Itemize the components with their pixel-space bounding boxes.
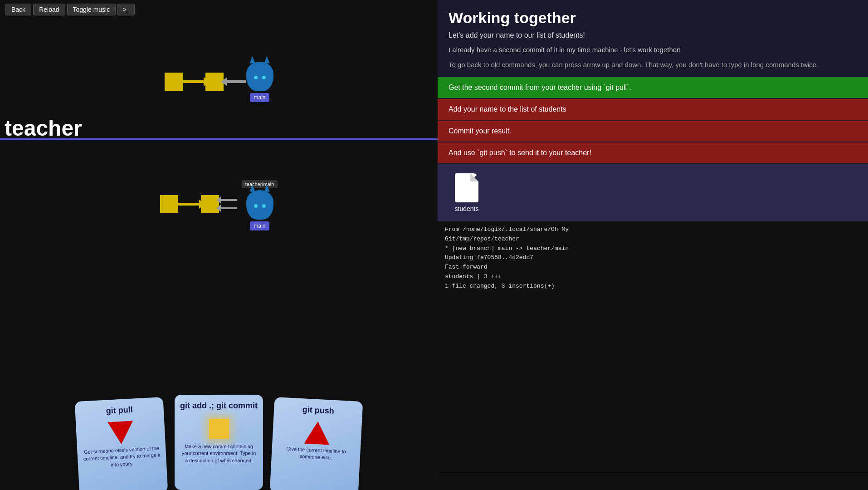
upper-arrow-1 — [183, 80, 205, 83]
card-git-add-commit-title: git add .; git commit — [180, 401, 258, 411]
upper-cat-eye-left — [254, 76, 258, 79]
lower-diagram: teacher/main main — [0, 141, 438, 268]
upper-arrow-ptr — [224, 80, 246, 83]
lower-cat-group: teacher/main main — [242, 178, 278, 230]
upper-main-label: main — [250, 93, 269, 102]
upper-cat-eye-right — [262, 76, 266, 79]
toolbar: Back Reload Toggle music >_ — [0, 0, 140, 19]
right-panel: Working together Let's add your name to … — [438, 0, 868, 490]
back-button[interactable]: Back — [5, 4, 31, 15]
card-git-push-title: git push — [302, 405, 334, 416]
lower-teacher-main-label: teacher/main — [242, 180, 278, 188]
lower-cat-avatar — [246, 190, 273, 220]
step-2: Add your name to the list of students — [438, 99, 868, 120]
step-3: Commit your result. — [438, 121, 868, 142]
file-section: students — [438, 164, 868, 221]
upper-cat-eyes — [254, 76, 266, 79]
upper-commit-1 — [165, 73, 183, 91]
info-section: Working together Let's add your name to … — [438, 0, 868, 77]
page-subtitle: Let's add your name to our list of stude… — [449, 31, 857, 39]
card-git-push-desc: Give the current timeline to someone els… — [277, 445, 355, 463]
lower-main-label: main — [250, 221, 269, 230]
lower-cat-eye-left — [254, 204, 258, 208]
card-git-add-commit-icon — [209, 419, 229, 439]
card-git-add-commit[interactable]: git add .; git commit Make a new commit … — [175, 395, 263, 490]
lower-diagram-container: teacher/main main — [160, 178, 278, 230]
step-1: Get the second commit from your teacher … — [438, 77, 868, 98]
teacher-label: teacher — [5, 116, 82, 141]
lower-commit-1 — [160, 195, 178, 213]
left-panel: Back Reload Toggle music >_ main teacher — [0, 0, 438, 490]
card-git-add-commit-desc: Make a new commit containing your curren… — [180, 443, 258, 464]
page-desc-1: I already have a second commit of it in … — [449, 45, 857, 55]
steps-section: Get the second commit from your teacher … — [438, 77, 868, 164]
reload-button[interactable]: Reload — [33, 4, 65, 15]
card-git-pull[interactable]: git pull Get someone else's version of t… — [75, 397, 168, 490]
toggle-music-button[interactable]: Toggle music — [67, 4, 116, 15]
card-git-push-icon — [304, 421, 331, 445]
terminal-button[interactable]: >_ — [117, 4, 135, 15]
card-git-push[interactable]: git push Give the current timeline to so… — [270, 397, 363, 490]
terminal-input-row[interactable] — [438, 474, 868, 490]
teacher-divider — [0, 138, 438, 140]
card-git-pull-desc: Get someone else's version of the curren… — [83, 445, 161, 470]
lower-arrow-1 — [178, 203, 201, 206]
upper-cat-group: main — [246, 62, 273, 102]
upper-diagram-container: main — [165, 62, 273, 102]
cards-section: git pull Get someone else's version of t… — [0, 390, 438, 490]
card-git-pull-icon — [107, 421, 134, 445]
upper-cat-avatar — [246, 62, 273, 91]
page-desc-2: To go back to old commands, you can pres… — [449, 60, 857, 70]
page-title: Working together — [449, 9, 857, 27]
file-name: students — [455, 205, 479, 212]
card-git-pull-title: git pull — [106, 405, 133, 416]
terminal-section: From /home/logix/.local/share/Oh MyGit/t… — [438, 221, 868, 490]
terminal-output: From /home/logix/.local/share/Oh MyGit/t… — [438, 221, 868, 474]
step-4: And use `git push` to send it to your te… — [438, 142, 868, 163]
file-icon — [455, 173, 478, 202]
lower-cat-eyes — [254, 204, 266, 208]
lower-cat-eye-right — [262, 204, 266, 208]
file-icon-container[interactable]: students — [449, 173, 485, 212]
terminal-input[interactable] — [443, 479, 863, 485]
